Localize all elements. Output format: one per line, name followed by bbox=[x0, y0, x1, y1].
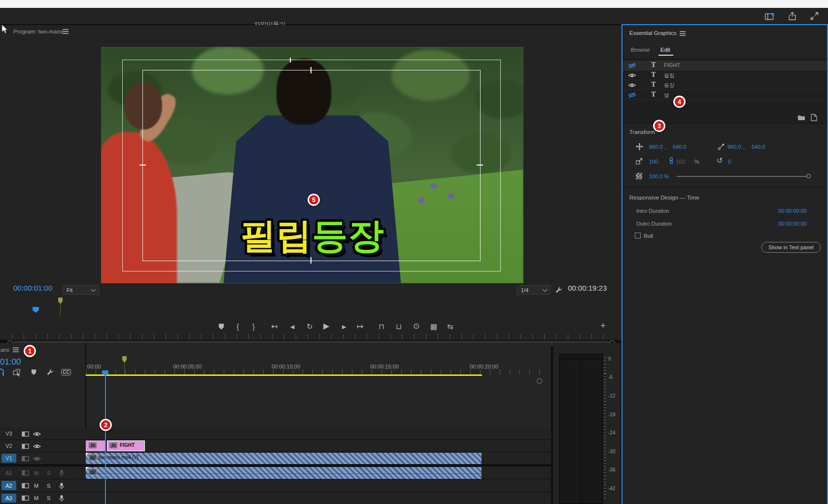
video-preview[interactable]: 필립등장 5 bbox=[101, 47, 523, 283]
video-clip-two-mans[interactable]: fx two-mans.mp4 [V] bbox=[86, 453, 482, 464]
timeline-panel-menu-icon[interactable] bbox=[13, 347, 19, 348]
program-current-timecode[interactable]: 00:00:01:00 bbox=[13, 284, 52, 292]
voiceover-mic-icon[interactable] bbox=[58, 482, 65, 490]
position-icon[interactable] bbox=[636, 143, 643, 150]
work-area-bar[interactable] bbox=[86, 374, 482, 376]
voiceover-mic-icon[interactable] bbox=[58, 470, 65, 477]
track-label-v1[interactable]: V1 bbox=[1, 454, 16, 463]
share-export-icon[interactable] bbox=[788, 12, 796, 20]
bbox-top-handle[interactable] bbox=[310, 67, 311, 73]
fullscreen-icon[interactable] bbox=[810, 12, 819, 20]
eg-layer-row-pillip[interactable]: T 필립 bbox=[622, 70, 827, 80]
rotation-icon[interactable]: ↺ bbox=[717, 156, 723, 165]
position-y-value[interactable]: 540.0 bbox=[673, 144, 687, 150]
track-label-a3[interactable]: A3 bbox=[1, 494, 16, 503]
program-marker-icon[interactable] bbox=[58, 298, 63, 304]
tab-edit[interactable]: Edit bbox=[660, 47, 670, 53]
bbox-left-handle[interactable] bbox=[139, 165, 146, 166]
source-patch-icon[interactable] bbox=[22, 483, 29, 489]
eg-layer-row-deungjang[interactable]: T 등장 bbox=[622, 80, 827, 90]
opacity-value[interactable]: 100.0 % bbox=[649, 173, 669, 179]
play-button[interactable]: ▶ bbox=[323, 322, 329, 330]
sequence-marker-icon[interactable] bbox=[122, 356, 127, 363]
rotation-value[interactable]: 0 bbox=[728, 159, 731, 165]
opacity-icon[interactable] bbox=[636, 173, 642, 179]
roll-checkbox[interactable] bbox=[635, 233, 641, 238]
new-folder-icon[interactable] bbox=[797, 115, 805, 121]
eg-layer-row-fight[interactable]: T FIGHT bbox=[622, 61, 827, 70]
track-label-a1[interactable]: A1 bbox=[1, 468, 16, 477]
layer-visible-eye-icon[interactable] bbox=[628, 82, 636, 88]
scale-icon[interactable] bbox=[636, 158, 643, 165]
step-back-button[interactable]: ◀ bbox=[290, 324, 294, 330]
zoom-level-select[interactable]: Fit bbox=[63, 285, 99, 295]
add-marker-button[interactable] bbox=[218, 323, 225, 330]
timeline-playhead-timecode[interactable]: 01:00 bbox=[0, 357, 21, 367]
track-visibility-eye-icon[interactable] bbox=[33, 431, 41, 437]
program-panel-title[interactable]: Program: two-mans bbox=[13, 29, 63, 34]
program-scrubber-ruler[interactable] bbox=[12, 334, 611, 339]
button-editor-plus[interactable]: + bbox=[600, 321, 606, 330]
linked-selection-icon[interactable] bbox=[13, 369, 21, 376]
scale-x-value[interactable]: 100 bbox=[649, 159, 658, 165]
lift-button[interactable]: ⊓ bbox=[379, 323, 384, 330]
graphic-clip-fight[interactable]: fx FIGHT bbox=[107, 440, 145, 451]
go-to-in-button[interactable]: ↤ bbox=[271, 323, 277, 331]
graphic-clip[interactable]: fx bbox=[86, 440, 105, 451]
eg-layer-row-saem[interactable]: T 샘 bbox=[622, 90, 827, 100]
mute-button[interactable]: M bbox=[34, 495, 38, 501]
scale-link-icon[interactable] bbox=[668, 157, 674, 164]
source-patch-icon[interactable] bbox=[22, 431, 29, 437]
new-layer-icon[interactable] bbox=[811, 114, 817, 121]
playback-resolution-select[interactable]: 1/4 bbox=[517, 285, 551, 295]
layer-hidden-eye-off-icon[interactable] bbox=[628, 63, 636, 68]
anchor-y-value[interactable]: 540.0 bbox=[752, 144, 765, 150]
layer-visible-eye-icon[interactable] bbox=[628, 72, 636, 78]
source-patch-icon[interactable] bbox=[22, 495, 29, 501]
show-in-text-panel-button[interactable]: Show in Text panel bbox=[761, 242, 821, 253]
mark-out-button[interactable]: } bbox=[252, 323, 255, 330]
bbox-right-handle[interactable] bbox=[477, 165, 483, 166]
track-visibility-eye-icon[interactable] bbox=[33, 456, 41, 462]
eg-panel-menu-icon[interactable] bbox=[680, 31, 686, 32]
track-label-a2[interactable]: A2 bbox=[1, 481, 16, 490]
anchor-point-icon[interactable] bbox=[718, 143, 724, 150]
position-x-value[interactable]: 960.0 bbox=[649, 144, 663, 150]
audio-gain-line[interactable] bbox=[86, 473, 482, 474]
timeline-playhead-line[interactable] bbox=[105, 375, 106, 504]
track-visibility-eye-icon[interactable] bbox=[33, 443, 41, 449]
solo-button[interactable]: S bbox=[47, 470, 50, 476]
timeline-right-handle[interactable] bbox=[537, 378, 542, 384]
voiceover-mic-icon[interactable] bbox=[58, 495, 65, 502]
bbox-bottom-handle[interactable] bbox=[310, 257, 311, 264]
workspace-switcher-icon[interactable] bbox=[765, 13, 774, 20]
source-patch-icon[interactable] bbox=[22, 443, 29, 449]
step-forward-button[interactable]: ▶ bbox=[342, 324, 346, 330]
transport-settings-button[interactable]: ⇆ bbox=[447, 323, 453, 330]
tab-browse[interactable]: Browse bbox=[631, 47, 650, 53]
program-panel-menu-icon[interactable] bbox=[63, 29, 69, 30]
play-in-to-out-button[interactable]: ↻ bbox=[307, 323, 313, 330]
mark-in-button[interactable]: { bbox=[237, 323, 239, 330]
anchor-x-value[interactable]: 960.0 bbox=[727, 144, 741, 150]
go-to-out-button[interactable]: ↦ bbox=[357, 323, 363, 331]
export-frame-button[interactable]: ⊙ bbox=[413, 322, 419, 330]
audio-clip-two-mans[interactable]: fx bbox=[86, 467, 482, 479]
opacity-slider-track[interactable] bbox=[677, 176, 806, 177]
track-label-v3[interactable]: V3 bbox=[1, 429, 16, 438]
program-settings-wrench-icon[interactable] bbox=[555, 286, 562, 294]
timeline-marker-icon[interactable] bbox=[31, 369, 37, 375]
mute-button[interactable]: M bbox=[34, 470, 38, 476]
comparison-view-button[interactable]: ▦ bbox=[430, 323, 437, 330]
program-playhead[interactable] bbox=[33, 307, 39, 313]
source-patch-icon[interactable] bbox=[22, 470, 29, 476]
captions-cc-icon[interactable]: CC bbox=[61, 369, 71, 375]
solo-button[interactable]: S bbox=[47, 495, 50, 501]
subtitle-caption[interactable]: 필립등장 bbox=[241, 218, 384, 253]
solo-button[interactable]: S bbox=[47, 483, 50, 489]
track-label-v2[interactable]: V2 bbox=[1, 441, 16, 450]
timeline-settings-wrench-icon[interactable] bbox=[46, 369, 54, 376]
layer-hidden-eye-off-icon[interactable] bbox=[628, 92, 636, 98]
mute-button[interactable]: M bbox=[34, 483, 38, 489]
source-patch-icon[interactable] bbox=[22, 456, 29, 462]
